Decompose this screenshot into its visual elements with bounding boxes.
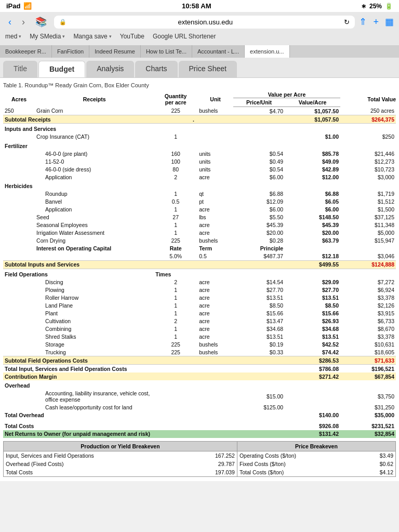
browser-tab-howtolist[interactable]: How to List Te... — [141, 45, 192, 58]
forward-button[interactable]: › — [19, 16, 28, 29]
value-cell: $63.79 — [285, 237, 340, 245]
share-icon[interactable]: ⇑ — [359, 16, 367, 28]
tab-title[interactable]: Title — [3, 61, 37, 77]
table-row: Seed 27 lbs $5.50 $148.50 $37,125 — [3, 214, 396, 221]
browser-tab-indeed[interactable]: Indeed Resume — [89, 45, 141, 58]
table-row: Seasonal Employees 1 acre $45.39 $45.39 … — [3, 221, 396, 229]
bookmark-google[interactable]: Google URL Shortener — [153, 33, 216, 40]
browser-tab-bookkeeper[interactable]: Bookkeeper R... — [0, 45, 52, 58]
acres-cell — [3, 157, 35, 165]
net-returns-row: Net Returns to Owner (for unpaid managem… — [3, 430, 396, 438]
tab-pricesheet[interactable]: Price Sheet — [179, 61, 237, 77]
total-costs-row: Total Costs $926.08 $231,521 — [3, 422, 396, 430]
table-row: Combining 1 acre $34.68 $34.68 $8,670 — [3, 325, 396, 332]
table-row: Application 2 acre $6.00 $12.00 $3,000 — [3, 173, 396, 181]
header-unit: Unit — [197, 91, 233, 107]
inputs-services-header: Inputs and Services — [3, 124, 396, 133]
unit-cell: qt — [197, 190, 233, 198]
total-cell: $32,854 — [340, 430, 396, 438]
tab-budget[interactable]: Budget — [38, 61, 85, 77]
browser-tab-fanfiction[interactable]: FanFiction — [52, 45, 89, 58]
principle-value: $487.37 — [233, 252, 285, 261]
table-row: Cultivation 2 acre $13.47 $26.93 $6,733 — [3, 317, 396, 325]
unit-cell: pt — [197, 198, 233, 206]
qty-cell: 225 — [154, 237, 197, 245]
acres-cell — [3, 221, 35, 229]
tab-analysis[interactable]: Analysis — [86, 61, 134, 77]
unit-cell: bushels — [197, 340, 233, 348]
bookmarks-button[interactable]: 📚 — [32, 15, 50, 29]
label-cell: Irrigation Water Assessment — [35, 229, 154, 237]
label-cell: Application — [35, 206, 154, 214]
total-cell: $11,348 — [340, 221, 396, 229]
unit-cell: bushels — [197, 107, 233, 115]
url-bar[interactable]: 🔒 extension.usu.edu ↻ — [54, 16, 355, 29]
breakeven-qty: 167.252 — [189, 451, 237, 460]
principle-label: Principle — [233, 245, 285, 252]
table-row: Storage 225 bushels $0.19 $42.52 $10,631 — [3, 340, 396, 348]
browser-tab-extension[interactable]: extension.u... — [245, 45, 289, 58]
acres-cell — [3, 198, 35, 206]
empty — [154, 422, 285, 430]
table-row: Roller Harrow 1 acre $13.51 $13.51 $3,37… — [3, 294, 396, 301]
unit-cell: acre — [197, 206, 233, 214]
term-label: Term — [197, 245, 233, 252]
acres-cell — [3, 206, 35, 214]
price-cell: $34.68 — [233, 325, 285, 332]
value-cell: $45.39 — [285, 221, 340, 229]
label-cell: Seed — [35, 214, 154, 221]
unit-cell: acre — [197, 221, 233, 229]
bookmark-manga[interactable]: Manga save ▾ — [73, 33, 111, 40]
price-cell: $0.49 — [233, 157, 285, 165]
subtotal-total: $124,888 — [340, 260, 396, 269]
empty-cell — [285, 245, 340, 252]
section-label: Fertilizer — [3, 141, 396, 150]
times-label: Times — [154, 269, 197, 278]
subtotal-inputs-row: Subtotal Inputs and Services $499.55 $12… — [3, 260, 396, 269]
table-row: Plowing 1 acre $27.70 $27.70 $6,924 — [3, 286, 396, 294]
label-cell: Interest on Operating Capital — [35, 245, 154, 252]
total-cell: $6,733 — [340, 317, 396, 325]
bookmark-smedia[interactable]: My SMedia ▾ — [30, 33, 65, 40]
unit-cell: acre — [197, 286, 233, 294]
section-label: Overhead — [3, 380, 396, 390]
wifi-icon: 📶 — [23, 2, 32, 10]
reload-icon[interactable]: ↻ — [344, 18, 350, 26]
breakeven-row: Input, Services and Field Operations 167… — [4, 451, 396, 460]
qty-cell: 1 — [154, 229, 197, 237]
add-tab-icon[interactable]: + — [373, 17, 379, 28]
battery-level: 25% — [369, 3, 382, 10]
unit-cell: acre — [197, 309, 233, 317]
value-cell: $26.93 — [285, 317, 340, 325]
rate-value: 5.0% — [154, 252, 197, 261]
unit-cell: acre — [197, 173, 233, 181]
total-cell: $6,924 — [340, 286, 396, 294]
label-cell: Plowing — [35, 286, 154, 294]
browser-tab-accountant[interactable]: Accountant - L... — [192, 45, 245, 58]
value-cell: $1.00 — [285, 133, 340, 141]
price-cell: $13.51 — [233, 332, 285, 340]
subtotal-label: Subtotal Inputs and Services — [3, 260, 154, 269]
price-cell: $6.88 — [233, 190, 285, 198]
table-row: Application 1 acre $6.00 $6.00 $1,500 — [3, 206, 396, 214]
value-cell: $85.78 — [285, 150, 340, 157]
breakeven-cost-label: Total Costs ($/ton) — [237, 468, 359, 477]
bookmark-youtube[interactable]: YouTube — [120, 33, 144, 40]
label-cell: Total Input, Services and Field Operatio… — [3, 365, 154, 373]
header-value-per-acre: Value per Acre — [233, 91, 340, 98]
total-overhead-row: Total Overhead $140.00 $35,000 — [3, 411, 396, 419]
table-row: Banvel 0.5 pt $12.09 $6.05 $1,512 — [3, 198, 396, 206]
back-button[interactable]: ‹ — [5, 16, 15, 29]
table-row: 46-0-0 (pre plant) 160 units $0.54 $85.7… — [3, 150, 396, 157]
price-cell: $0.19 — [233, 340, 285, 348]
breakeven-header-row: Production or Yield Breakeven Price Brea… — [4, 441, 396, 451]
qty-cell: 100 — [154, 157, 197, 165]
section-label: Field Operations — [3, 269, 154, 278]
tabs-icon[interactable]: ▦ — [385, 16, 394, 28]
acres-cell — [3, 286, 35, 294]
total-cell: $7,272 — [340, 278, 396, 286]
bookmark-med[interactable]: med ▾ — [5, 33, 21, 40]
qty-cell: 225 — [154, 107, 197, 115]
tab-charts[interactable]: Charts — [135, 61, 177, 77]
table-title: Table 1. Roundup™ Ready Grain Corn, Box … — [3, 82, 396, 88]
